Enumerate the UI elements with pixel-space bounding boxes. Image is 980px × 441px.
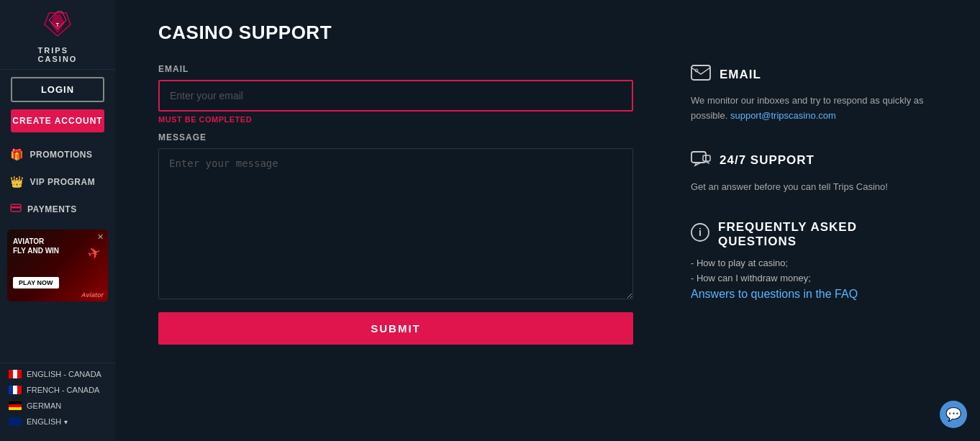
email-input[interactable] <box>158 80 633 112</box>
logo-area: T TRIPSCASINO <box>0 0 115 70</box>
aviator-logo: Aviator <box>81 291 104 299</box>
email-info-title: EMAIL <box>720 68 761 82</box>
divider <box>0 363 115 363</box>
message-textarea[interactable] <box>158 148 633 299</box>
lang-item-de[interactable]: GERMAN <box>0 398 115 414</box>
plane-icon: ✈ <box>85 242 104 265</box>
support-info-panel: EMAIL We monitor our inboxes and try to … <box>691 22 935 427</box>
sidebar-item-label: PROMOTIONS <box>30 150 93 160</box>
support-icon <box>691 150 711 171</box>
promotions-icon: 🎁 <box>10 148 24 161</box>
support-info-text: Get an answer before you can tell Trips … <box>691 180 935 195</box>
chevron-down-icon: ▾ <box>64 418 68 426</box>
sidebar-item-payments[interactable]: PAYMENTS <box>0 196 115 222</box>
faq-link[interactable]: Answers to questions in the FAQ <box>691 288 858 300</box>
faq-info-block: i FREQUENTLY ASKED QUESTIONS - How to pl… <box>691 220 935 301</box>
message-label: MESSAGE <box>158 132 633 142</box>
svg-text:i: i <box>699 227 702 238</box>
login-button[interactable]: LOGIN <box>11 77 104 102</box>
faq-item-1: - How to play at casino; <box>691 258 935 268</box>
submit-button[interactable]: SUBMIT <box>158 312 633 345</box>
sidebar-bottom: ENGLISH - CANADA FRENCH - CANADA GERMAN … <box>0 355 115 434</box>
main-content: CASINO SUPPORT EMAIL MUST BE COMPLETED M… <box>115 0 980 441</box>
lang-item-fr-ca[interactable]: FRENCH - CANADA <box>0 382 115 398</box>
email-error-text: MUST BE COMPLETED <box>158 115 633 124</box>
support-form-area: CASINO SUPPORT EMAIL MUST BE COMPLETED M… <box>158 22 633 427</box>
payments-icon <box>10 203 22 215</box>
email-info-block: EMAIL We monitor our inboxes and try to … <box>691 65 935 124</box>
logo-text: TRIPSCASINO <box>38 46 78 63</box>
play-now-button[interactable]: PLAY NOW <box>13 277 59 288</box>
promo-title: AVIATORFLY AND WIN <box>13 237 59 255</box>
logo-icon: T <box>40 7 75 42</box>
svg-text:T: T <box>56 22 60 27</box>
faq-item-2: - How can I withdraw money; <box>691 273 935 283</box>
email-icon <box>691 65 711 85</box>
lang-label: GERMAN <box>27 401 61 410</box>
svg-rect-6 <box>691 65 710 80</box>
email-info-header: EMAIL <box>691 65 935 85</box>
svg-rect-5 <box>11 206 21 209</box>
svg-rect-9 <box>703 155 710 161</box>
lang-label-with-arrow: ENGLISH ▾ <box>27 417 68 426</box>
lang-item-en[interactable]: ENGLISH ▾ <box>0 414 115 429</box>
sidebar-nav: 🎁 PROMOTIONS 👑 VIP PROGRAM PAYMENTS <box>0 141 115 222</box>
sidebar-item-promotions[interactable]: 🎁 PROMOTIONS <box>0 141 115 168</box>
flag-uk <box>9 417 22 426</box>
chat-icon: 💬 <box>945 406 961 422</box>
flag-french-canada <box>9 386 22 394</box>
faq-info-title: FREQUENTLY ASKED QUESTIONS <box>718 220 935 249</box>
lang-label: ENGLISH - CANADA <box>27 370 101 378</box>
email-info-text: We monitor our inboxes and try to respon… <box>691 94 935 124</box>
email-label: EMAIL <box>158 64 633 74</box>
sidebar: T TRIPSCASINO LOGIN CREATE ACCOUNT 🎁 PRO… <box>0 0 115 441</box>
sidebar-item-label: PAYMENTS <box>27 204 77 214</box>
support-info-header: 24/7 SUPPORT <box>691 150 935 171</box>
support-info-block: 24/7 SUPPORT Get an answer before you ca… <box>691 150 935 195</box>
support-info-title: 24/7 SUPPORT <box>720 153 815 168</box>
faq-info-header: i FREQUENTLY ASKED QUESTIONS <box>691 220 935 249</box>
create-account-button[interactable]: CREATE ACCOUNT <box>11 109 104 132</box>
vip-icon: 👑 <box>10 176 24 188</box>
flag-german <box>9 401 22 410</box>
lang-item-en-ca[interactable]: ENGLISH - CANADA <box>0 366 115 382</box>
lang-label: FRENCH - CANADA <box>27 386 99 394</box>
faq-icon: i <box>691 223 709 246</box>
flag-canada <box>9 370 22 378</box>
support-email-link[interactable]: support@tripscasino.com <box>730 110 836 121</box>
sidebar-item-label: VIP PROGRAM <box>30 177 96 187</box>
promo-banner[interactable]: ✕ AVIATORFLY AND WIN ✈ PLAY NOW Aviator <box>7 229 108 301</box>
chat-button[interactable]: 💬 <box>940 401 967 428</box>
page-title: CASINO SUPPORT <box>158 22 633 44</box>
close-icon[interactable]: ✕ <box>97 232 104 242</box>
sidebar-item-vip[interactable]: 👑 VIP PROGRAM <box>0 168 115 196</box>
